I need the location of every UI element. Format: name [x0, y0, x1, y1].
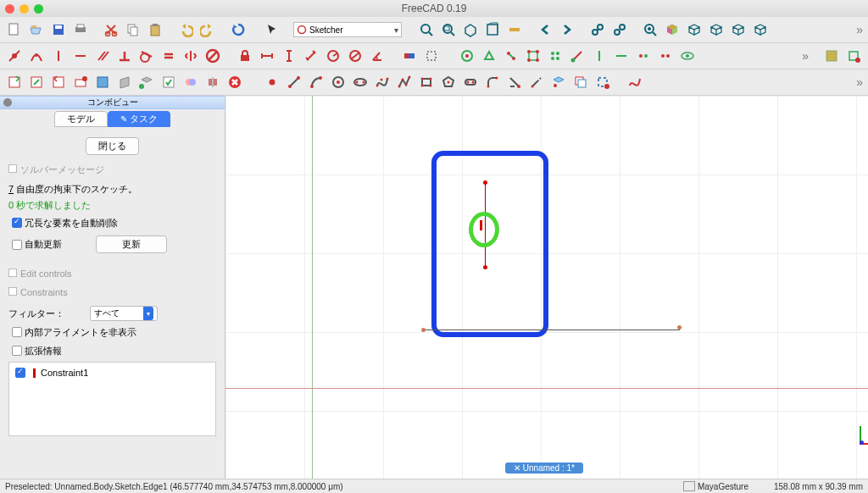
leave-sketch-icon[interactable] — [49, 73, 68, 91]
mirror-icon[interactable] — [203, 73, 222, 91]
nav-cube-icon[interactable] — [683, 481, 695, 491]
nav-fwd-icon[interactable] — [558, 20, 576, 39]
horizon-edge[interactable] — [423, 330, 680, 330]
coincident-icon[interactable] — [5, 47, 24, 65]
measure-icon[interactable] — [505, 20, 524, 39]
block-icon[interactable] — [203, 47, 222, 65]
select-haxis-icon[interactable] — [612, 47, 631, 65]
stop-op-icon[interactable] — [225, 73, 244, 91]
point-on-icon[interactable] — [27, 47, 46, 65]
toolbar-overflow-icon[interactable]: » — [856, 23, 863, 36]
sketch-point[interactable] — [421, 328, 426, 332]
view-top-icon[interactable] — [707, 20, 726, 39]
iso-icon[interactable] — [663, 20, 682, 39]
close-shape-icon[interactable] — [480, 47, 498, 65]
disty-icon[interactable] — [280, 47, 298, 65]
view-section-icon[interactable] — [93, 73, 112, 91]
lock-icon[interactable] — [236, 47, 254, 65]
carbon-copy-icon[interactable] — [844, 47, 863, 65]
new-icon[interactable] — [5, 20, 24, 39]
edit-sketch-icon[interactable] — [27, 73, 46, 91]
horizontal-icon[interactable] — [71, 47, 90, 65]
circle-icon[interactable] — [329, 73, 348, 91]
hide-internal-checkbox[interactable] — [12, 327, 22, 337]
view-rear-icon[interactable] — [751, 20, 770, 39]
fillet-icon[interactable] — [483, 73, 502, 91]
auto-update-checkbox[interactable] — [12, 240, 22, 250]
perpendicular-icon[interactable] — [115, 47, 134, 65]
equal-icon[interactable] — [159, 47, 178, 65]
minimize-window-button[interactable] — [19, 4, 29, 14]
nav-back-icon[interactable] — [536, 20, 554, 39]
auto-remove-checkbox[interactable] — [12, 218, 22, 228]
open-icon[interactable] — [27, 20, 46, 39]
view-sketch-icon[interactable] — [71, 73, 90, 91]
construction-icon[interactable] — [593, 73, 612, 91]
print-icon[interactable] — [71, 20, 90, 39]
view-front-icon[interactable] — [685, 20, 704, 39]
update-button[interactable]: 更新 — [96, 235, 167, 253]
trim-icon[interactable] — [505, 73, 524, 91]
zoom-rect-icon[interactable] — [439, 20, 458, 39]
connect-icon[interactable] — [502, 47, 520, 65]
vertical-icon[interactable] — [49, 47, 68, 65]
zoom-fit-icon[interactable] — [417, 20, 436, 39]
cursor-icon[interactable] — [263, 20, 281, 39]
activate-constraint-icon[interactable] — [422, 47, 441, 65]
map-sketch-icon[interactable] — [115, 73, 134, 91]
zoomin-icon[interactable] — [641, 20, 659, 39]
extend-icon[interactable] — [527, 73, 546, 91]
extended-info-checkbox[interactable] — [12, 346, 22, 356]
viewport-3d[interactable]: ✕ Unnamed : 1* — [225, 96, 868, 479]
close-button[interactable]: 閉じる — [86, 137, 139, 155]
draw-style-icon[interactable] — [461, 20, 480, 39]
select-conflicting-icon[interactable] — [656, 47, 675, 65]
select-redundant-icon[interactable] — [634, 47, 653, 65]
external-icon[interactable] — [549, 73, 568, 91]
point-icon[interactable] — [263, 73, 281, 91]
zoom-window-button[interactable] — [34, 4, 43, 14]
polyline-icon[interactable] — [395, 73, 414, 91]
redo-icon[interactable] — [198, 20, 217, 39]
bspline-degree-icon[interactable] — [626, 73, 644, 91]
virtual-space-icon[interactable] — [822, 47, 841, 65]
filter-select[interactable]: すべて▾ — [90, 306, 158, 321]
rect-icon[interactable] — [417, 73, 436, 91]
sketch-point[interactable] — [483, 180, 487, 185]
save-icon[interactable] — [49, 20, 68, 39]
slot-icon[interactable] — [461, 73, 480, 91]
nav-style[interactable]: MayaGesture — [698, 482, 748, 491]
toolbar-overflow-icon[interactable]: » — [856, 75, 863, 89]
arc-icon[interactable] — [307, 73, 326, 91]
select-constraints-icon[interactable] — [524, 47, 542, 65]
select-vaxis-icon[interactable] — [590, 47, 609, 65]
undo-icon[interactable] — [176, 20, 195, 39]
view-right-icon[interactable] — [729, 20, 748, 39]
merge-icon[interactable] — [181, 73, 200, 91]
bspline-icon[interactable] — [373, 73, 392, 91]
line-icon[interactable] — [285, 73, 303, 91]
cut-icon[interactable] — [102, 20, 120, 39]
link-icon[interactable] — [588, 20, 607, 39]
tab-model[interactable]: モデル — [54, 111, 108, 127]
tangent-icon[interactable] — [137, 47, 156, 65]
polygon-icon[interactable] — [439, 73, 458, 91]
toggle-constraint-icon[interactable] — [400, 47, 419, 65]
constraints-list[interactable]: Constraint1 — [8, 362, 216, 436]
constraint1-checkbox[interactable] — [15, 368, 25, 378]
validate-icon[interactable] — [159, 73, 178, 91]
dist-icon[interactable] — [302, 47, 320, 65]
carbon-copy2-icon[interactable] — [571, 73, 590, 91]
distx-icon[interactable] — [258, 47, 276, 65]
show-constraints-icon[interactable] — [678, 47, 697, 65]
toolbar-overflow-icon[interactable]: » — [802, 49, 809, 63]
paste-icon[interactable] — [146, 20, 164, 39]
sketch-point[interactable] — [483, 265, 487, 269]
workbench-selector[interactable]: Sketcher ▾ — [293, 22, 402, 37]
diameter-icon[interactable] — [346, 47, 364, 65]
copy-icon[interactable] — [124, 20, 142, 39]
angle-icon[interactable] — [368, 47, 387, 65]
link-all-icon[interactable] — [610, 20, 629, 39]
refresh-icon[interactable] — [229, 20, 248, 39]
tab-task[interactable]: タスク — [108, 111, 170, 127]
